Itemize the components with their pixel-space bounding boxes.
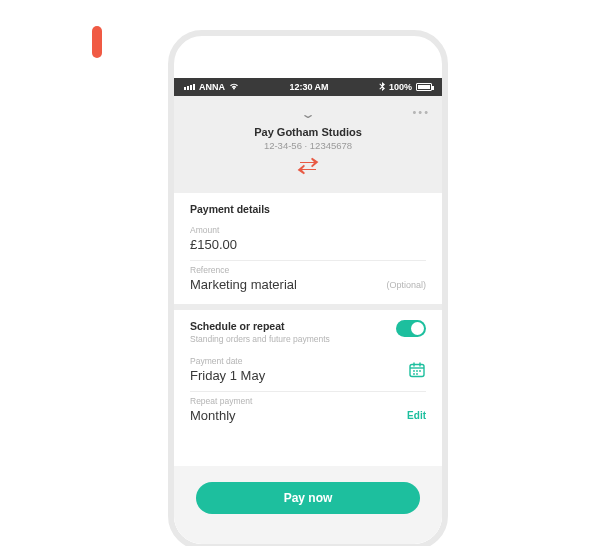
bluetooth-icon	[379, 82, 385, 93]
signal-icon	[184, 84, 195, 90]
schedule-toggle[interactable]	[396, 320, 426, 337]
amount-field[interactable]: Amount £150.00	[190, 221, 426, 261]
phone-frame: ANNA 12:30 AM 100% ⌄ ••• Pay Gotham Stud…	[168, 30, 448, 546]
footer: Pay now	[174, 466, 442, 544]
payment-date-label: Payment date	[190, 356, 426, 366]
more-icon[interactable]: •••	[412, 106, 430, 118]
wifi-icon	[229, 82, 239, 92]
phone-screen: ANNA 12:30 AM 100% ⌄ ••• Pay Gotham Stud…	[174, 78, 442, 544]
status-bar: ANNA 12:30 AM 100%	[174, 78, 442, 96]
payment-details-title: Payment details	[190, 203, 426, 215]
calendar-icon[interactable]	[408, 361, 426, 383]
payee-account: 12-34-56 · 12345678	[188, 140, 428, 151]
svg-point-3	[419, 370, 421, 372]
edit-link[interactable]: Edit	[407, 410, 426, 421]
repeat-label: Repeat payment	[190, 396, 426, 406]
carrier-label: ANNA	[199, 82, 225, 92]
amount-value: £150.00	[190, 237, 426, 252]
transfer-icon	[296, 157, 320, 175]
repeat-field[interactable]: Repeat payment Monthly Edit	[190, 392, 426, 431]
schedule-subtitle: Standing orders and future payments	[190, 334, 330, 344]
chevron-down-icon[interactable]: ⌄	[300, 107, 316, 121]
payment-details-section: Payment details Amount £150.00 Reference…	[174, 193, 442, 304]
payment-date-value: Friday 1 May	[190, 368, 426, 383]
amount-label: Amount	[190, 225, 426, 235]
payee-title: Pay Gotham Studios	[188, 126, 428, 138]
annotation-marker	[92, 26, 102, 58]
schedule-title: Schedule or repeat	[190, 320, 330, 332]
reference-label: Reference	[190, 265, 426, 275]
svg-point-5	[416, 373, 418, 375]
schedule-section: Schedule or repeat Standing orders and f…	[174, 310, 442, 435]
reference-field[interactable]: Reference Marketing material (Optional)	[190, 261, 426, 300]
svg-point-1	[413, 370, 415, 372]
pay-now-button[interactable]: Pay now	[196, 482, 420, 514]
battery-icon	[416, 83, 432, 91]
payment-date-field[interactable]: Payment date Friday 1 May	[190, 352, 426, 392]
reference-hint: (Optional)	[386, 280, 426, 290]
payee-header: ⌄ ••• Pay Gotham Studios 12-34-56 · 1234…	[174, 96, 442, 193]
svg-point-2	[416, 370, 418, 372]
repeat-value: Monthly	[190, 408, 426, 423]
battery-percent: 100%	[389, 82, 412, 92]
clock: 12:30 AM	[289, 82, 328, 92]
svg-point-4	[413, 373, 415, 375]
